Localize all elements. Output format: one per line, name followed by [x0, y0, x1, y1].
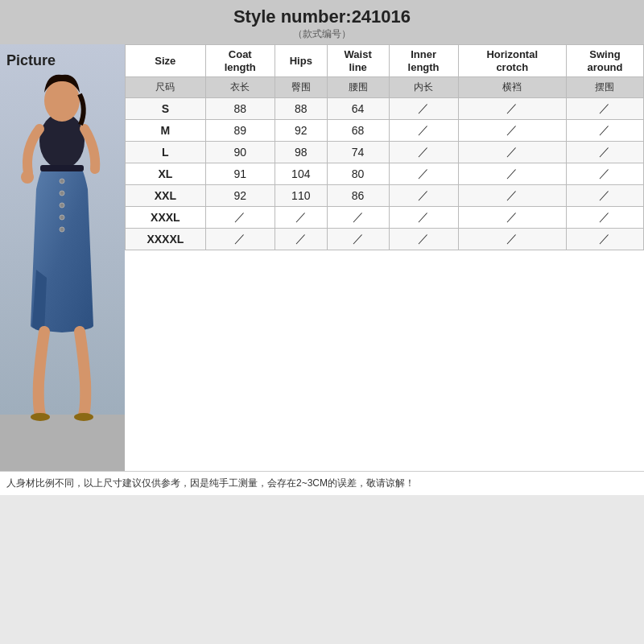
cell-horizontal_crotch-3: ／ — [458, 163, 566, 185]
table-row: L909874／／／ — [126, 142, 644, 163]
table-header-zh: 尺码 衣长 臀围 腰围 内长 横裆 摆围 — [126, 77, 644, 98]
footer-note: 人身材比例不同，以上尺寸建议仅供参考，因是纯手工测量，会存在2~3CM的误差，敬… — [0, 471, 644, 495]
cell-hips-2: 98 — [275, 142, 327, 163]
title-main: Style number:241016 — [0, 6, 644, 27]
cell-hips-1: 92 — [275, 120, 327, 142]
col-size-zh: 尺码 — [126, 77, 206, 98]
table-side: Size Coatlength Hips Waistline Innerleng… — [125, 44, 644, 471]
cell-size-4: XXL — [126, 185, 206, 207]
cell-horizontal_crotch-0: ／ — [458, 98, 566, 120]
col-horizontal-en: Horizontalcrotch — [458, 45, 566, 77]
cell-hips-3: 104 — [275, 163, 327, 185]
svg-point-7 — [60, 203, 64, 208]
cell-inner_length-4: ／ — [389, 185, 458, 207]
cell-hips-5: ／ — [275, 207, 327, 229]
col-inner-zh: 内长 — [389, 77, 458, 98]
size-table: Size Coatlength Hips Waistline Innerleng… — [125, 44, 644, 250]
table-row: XXXL／／／／／／ — [126, 207, 644, 229]
title-section: Style number:241016 （款式编号） — [0, 0, 644, 44]
cell-swing_around-6: ／ — [566, 229, 643, 250]
cell-waist_line-3: 80 — [327, 163, 389, 185]
table-row: S888864／／／ — [126, 98, 644, 120]
cell-size-2: L — [126, 142, 206, 163]
table-row: XL9110480／／／ — [126, 163, 644, 185]
denim-silhouette — [0, 44, 125, 471]
cell-swing_around-0: ／ — [566, 98, 643, 120]
col-waist-zh: 腰围 — [327, 77, 389, 98]
photo-denim — [0, 44, 125, 471]
table-row: M899268／／／ — [126, 120, 644, 142]
cell-coat_length-4: 92 — [205, 185, 275, 207]
svg-rect-12 — [40, 165, 84, 171]
page-wrapper: Style number:241016 （款式编号） Picture — [0, 0, 644, 644]
cell-waist_line-0: 64 — [327, 98, 389, 120]
cell-inner_length-3: ／ — [389, 163, 458, 185]
cell-coat_length-5: ／ — [205, 207, 275, 229]
col-waist-en: Waistline — [327, 45, 389, 77]
svg-point-8 — [60, 215, 64, 220]
cell-swing_around-1: ／ — [566, 120, 643, 142]
cell-horizontal_crotch-1: ／ — [458, 120, 566, 142]
cell-inner_length-5: ／ — [389, 207, 458, 229]
cell-size-0: S — [126, 98, 206, 120]
col-coat-length-en: Coatlength — [205, 45, 275, 77]
cell-size-6: XXXXL — [126, 229, 206, 250]
title-sub: （款式编号） — [0, 27, 644, 41]
col-inner-en: Innerlength — [389, 45, 458, 77]
table-header-en: Size Coatlength Hips Waistline Innerleng… — [126, 45, 644, 77]
cell-inner_length-6: ／ — [389, 229, 458, 250]
cell-inner_length-1: ／ — [389, 120, 458, 142]
cell-size-1: M — [126, 120, 206, 142]
cell-waist_line-4: 86 — [327, 185, 389, 207]
cell-swing_around-5: ／ — [566, 207, 643, 229]
cell-coat_length-0: 88 — [205, 98, 275, 120]
col-size-en: Size — [126, 45, 206, 77]
table-row: XXXXL／／／／／／ — [126, 229, 644, 250]
col-hips-en: Hips — [275, 45, 327, 77]
cell-waist_line-6: ／ — [327, 229, 389, 250]
cell-horizontal_crotch-4: ／ — [458, 185, 566, 207]
cell-swing_around-3: ／ — [566, 163, 643, 185]
content-area: Picture — [0, 44, 644, 471]
cell-swing_around-2: ／ — [566, 142, 643, 163]
svg-rect-1 — [0, 415, 125, 471]
cell-coat_length-3: 91 — [205, 163, 275, 185]
cell-inner_length-2: ／ — [389, 142, 458, 163]
svg-point-10 — [31, 413, 50, 421]
cell-horizontal_crotch-5: ／ — [458, 207, 566, 229]
cell-horizontal_crotch-6: ／ — [458, 229, 566, 250]
svg-point-6 — [60, 191, 64, 196]
cell-coat_length-6: ／ — [205, 229, 275, 250]
cell-horizontal_crotch-2: ／ — [458, 142, 566, 163]
col-horizontal-zh: 横裆 — [458, 77, 566, 98]
cell-hips-4: 110 — [275, 185, 327, 207]
photo-side: Picture — [0, 44, 125, 471]
svg-point-11 — [74, 413, 93, 421]
table-row: XXL9211086／／／ — [126, 185, 644, 207]
cell-waist_line-1: 68 — [327, 120, 389, 142]
svg-point-5 — [60, 179, 64, 184]
cell-inner_length-0: ／ — [389, 98, 458, 120]
cell-hips-0: 88 — [275, 98, 327, 120]
col-swing-zh: 摆围 — [566, 77, 643, 98]
cell-swing_around-4: ／ — [566, 185, 643, 207]
cell-waist_line-2: 74 — [327, 142, 389, 163]
svg-point-4 — [44, 80, 80, 122]
cell-size-3: XL — [126, 163, 206, 185]
photo-label: Picture — [6, 52, 56, 69]
cell-size-5: XXXL — [126, 207, 206, 229]
cell-waist_line-5: ／ — [327, 207, 389, 229]
bottom-area — [0, 495, 644, 644]
cell-hips-6: ／ — [275, 229, 327, 250]
col-hips-zh: 臀围 — [275, 77, 327, 98]
col-coat-length-zh: 衣长 — [205, 77, 275, 98]
table-body: S888864／／／M899268／／／L909874／／／XL9110480／… — [126, 98, 644, 250]
col-swing-en: Swingaround — [566, 45, 643, 77]
cell-coat_length-2: 90 — [205, 142, 275, 163]
svg-point-9 — [60, 227, 64, 232]
cell-coat_length-1: 89 — [205, 120, 275, 142]
svg-point-3 — [21, 171, 34, 184]
